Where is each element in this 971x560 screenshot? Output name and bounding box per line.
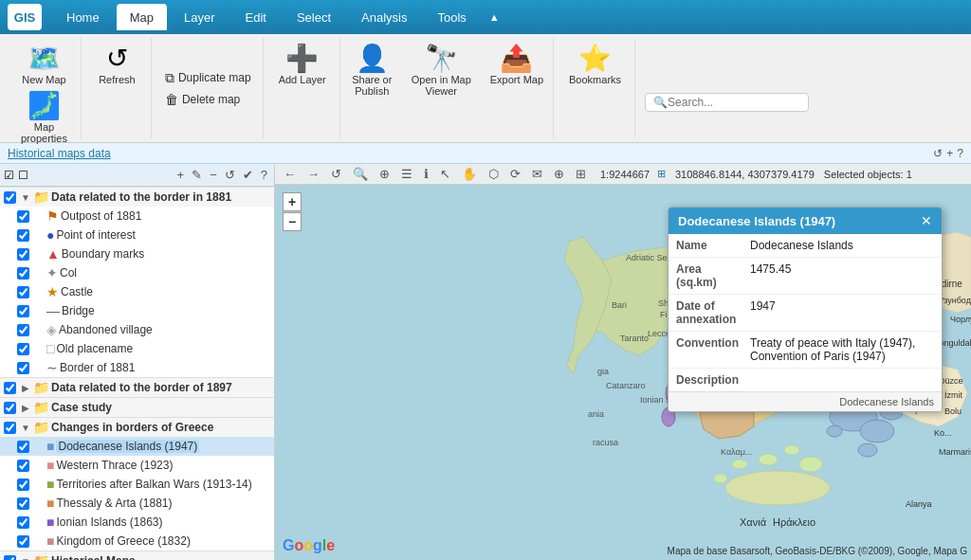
tree-item-ionian[interactable]: ■ Ionian Islands (1863) (0, 513, 274, 532)
nav-overflow-arrow[interactable]: ▲ (484, 8, 505, 27)
zoom-in-btn[interactable]: + (283, 192, 302, 211)
map-refresh-btn[interactable]: ↺ (326, 165, 346, 183)
popup-close-btn[interactable]: ✕ (921, 213, 932, 228)
map-fullscreen-btn[interactable]: ⊕ (375, 165, 394, 183)
tree-item-bridge[interactable]: — Bridge (0, 301, 274, 320)
tree-item-col[interactable]: ✦ Col (0, 263, 274, 282)
search-input[interactable] (668, 96, 800, 109)
map-forward-btn[interactable]: → (302, 165, 324, 183)
layer-check-case-study[interactable] (4, 402, 16, 414)
expand-changes[interactable]: ▼ (20, 423, 31, 433)
map-poly-btn[interactable]: ⬡ (484, 165, 504, 183)
tree-item-territories[interactable]: ■ Territories after Balkan Wars (1913-14… (0, 475, 274, 494)
tree-item-data-1881[interactable]: ▼ 📁 Data related to the border in 1881 (0, 187, 274, 207)
share-button[interactable]: 👤 Share orPublish (346, 42, 398, 100)
zoom-out-btn[interactable]: − (283, 212, 302, 231)
map-properties-button[interactable]: 🗾 Mapproperties (15, 89, 73, 148)
nav-tab-map[interactable]: Map (117, 4, 167, 30)
map-add-btn[interactable]: ⊕ (549, 165, 569, 183)
popup-key-date: Date ofannexation (676, 299, 742, 326)
layer-check-col[interactable] (17, 267, 29, 280)
open-viewer-button[interactable]: 🔭 Open in MapViewer (406, 42, 477, 100)
tree-item-kingdom[interactable]: ■ Kingdom of Greece (1832) (0, 532, 274, 551)
breadcrumb-link[interactable]: Historical maps data (8, 147, 111, 160)
layer-check-ionian[interactable] (17, 516, 29, 529)
layer-check-changes[interactable] (4, 422, 16, 434)
nav-tab-tools[interactable]: Tools (424, 4, 479, 30)
duplicate-map-button[interactable]: ⧉ Duplicate map (161, 68, 255, 88)
map-pan-btn[interactable]: ✋ (457, 165, 482, 183)
nav-tab-analysis[interactable]: Analysis (348, 4, 420, 30)
layer-check-kingdom[interactable] (17, 535, 29, 548)
layer-check-outpost[interactable] (17, 210, 29, 223)
map-area[interactable]: ← → ↺ 🔍 ⊕ ☰ ℹ ↖ ✋ ⬡ ⟳ ✉ ⊕ ⊞ 1:9244667 ⊞ … (275, 164, 971, 560)
tree-item-data-1897[interactable]: ▶ 📁 Data related to the border of 1897 (0, 377, 274, 397)
map-rotate-btn[interactable]: ⟳ (505, 165, 525, 183)
tree-item-thessaly[interactable]: ■ Thessaly & Arta (1881) (0, 494, 274, 513)
map-zoom-btn[interactable]: 🔍 (348, 165, 373, 183)
tree-item-case-study[interactable]: ▶ 📁 Case study (0, 397, 274, 417)
add-layer-button[interactable]: ➕ Add Layer (273, 42, 332, 89)
nav-tab-home[interactable]: Home (53, 4, 113, 30)
bookmarks-button[interactable]: ⭐ Bookmarks (563, 42, 627, 89)
breadcrumb-tool-2[interactable]: + (946, 147, 953, 160)
popup-key-area: Area(sq.km) (676, 262, 742, 289)
expand-data-1881[interactable]: ▼ (20, 192, 31, 203)
sidebar-checkbox[interactable]: ☑ (4, 169, 14, 182)
map-select-btn[interactable]: ↖ (435, 165, 455, 183)
layer-check-border-1881[interactable] (17, 362, 29, 374)
thessaly-icon: ■ (46, 496, 54, 511)
breadcrumb-tool-3[interactable]: ? (957, 147, 963, 160)
layer-check-w-thrace[interactable] (17, 460, 29, 472)
expand-case-study[interactable]: ▶ (20, 403, 31, 413)
map-back-btn[interactable]: ← (279, 165, 301, 183)
sidebar-add-btn[interactable]: + (174, 167, 188, 183)
sidebar-check-all[interactable]: ☐ (18, 169, 28, 182)
popup-scroll[interactable]: Name Dodecanese Islands Area(sq.km) 1475… (669, 234, 942, 391)
map-print-btn[interactable]: ✉ (527, 165, 547, 183)
svg-text:Χανιά: Χανιά (740, 516, 767, 528)
tree-item-historical-maps[interactable]: ▼ 📁 Historical Maps (0, 551, 274, 560)
tree-item-boundary[interactable]: ▲ Boundary marks (0, 244, 274, 263)
sidebar-check-btn[interactable]: ✔ (240, 167, 256, 183)
tree-item-abandoned[interactable]: ◈ Abandoned village (0, 320, 274, 339)
nav-tab-edit[interactable]: Edit (232, 4, 280, 30)
tree-item-border-1881[interactable]: ∼ Border of 1881 (0, 358, 274, 377)
map-grid-btn[interactable]: ☰ (396, 165, 417, 183)
layer-check-old-place[interactable] (17, 343, 29, 355)
search-box[interactable]: 🔍 (645, 93, 809, 112)
export-map-button[interactable]: 📤 Export Map (485, 42, 549, 89)
tree-item-outpost[interactable]: ⚑ Outpost of 1881 (0, 207, 274, 226)
expand-historical[interactable]: ▼ (20, 556, 31, 561)
tree-item-w-thrace[interactable]: ■ Western Thrace (1923) (0, 456, 274, 475)
nav-tab-select[interactable]: Select (284, 4, 344, 30)
delete-map-button[interactable]: 🗑 Delete map (161, 90, 255, 109)
layer-check-data-1881[interactable] (4, 191, 16, 204)
refresh-button[interactable]: ↺ Refresh (91, 42, 143, 89)
layer-check-data-1897[interactable] (4, 382, 16, 394)
tree-item-dodecanese[interactable]: ■ Dodecanese Islands (1947) (0, 437, 274, 456)
tree-item-changes-greece[interactable]: ▼ 📁 Changes in borders of Greece (0, 417, 274, 437)
layer-check-poi[interactable] (17, 229, 29, 242)
layer-check-thessaly[interactable] (17, 497, 29, 510)
map-layers-btn[interactable]: ⊞ (571, 165, 591, 183)
expand-data-1897[interactable]: ▶ (20, 383, 31, 393)
layer-check-bridge[interactable] (17, 305, 29, 317)
tree-item-castle[interactable]: ★ Castle (0, 282, 274, 301)
map-info-btn[interactable]: ℹ (419, 165, 433, 183)
sidebar-refresh-btn[interactable]: ↺ (222, 167, 238, 183)
breadcrumb-tool-1[interactable]: ↺ (933, 147, 943, 160)
tree-item-poi[interactable]: ● Point of interest (0, 226, 274, 244)
layer-check-dodecanese[interactable] (17, 441, 29, 453)
nav-tab-layer[interactable]: Layer (171, 4, 229, 30)
layer-check-abandoned[interactable] (17, 324, 29, 336)
sidebar-edit-btn[interactable]: ✎ (189, 167, 205, 183)
sidebar-help-btn[interactable]: ? (258, 167, 270, 183)
layer-check-territories[interactable] (17, 479, 29, 491)
sidebar-remove-btn[interactable]: − (207, 167, 220, 183)
layer-check-historical[interactable] (4, 555, 16, 561)
layer-check-castle[interactable] (17, 286, 29, 298)
new-map-button[interactable]: 🗺️ New Map (16, 42, 71, 89)
tree-item-old-place[interactable]: □ Old placename (0, 339, 274, 358)
layer-check-boundary[interactable] (17, 248, 29, 261)
